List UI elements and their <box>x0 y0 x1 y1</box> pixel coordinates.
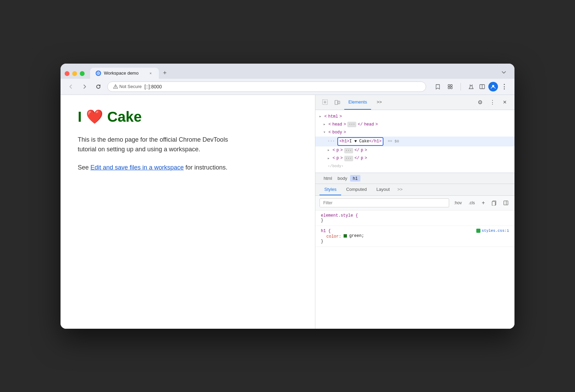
minimize-window-button[interactable] <box>72 71 77 76</box>
p1-ellipsis[interactable]: ··· <box>344 148 353 153</box>
address-bar: Not Secure [::]:8000 ⋮ <box>61 79 514 95</box>
forward-button[interactable] <box>80 82 89 91</box>
p2-triangle[interactable]: ▶ <box>328 156 331 161</box>
reload-button[interactable] <box>94 82 103 91</box>
bookmark-button[interactable] <box>433 82 443 91</box>
tab-layout[interactable]: Layout <box>371 184 394 195</box>
close-window-button[interactable] <box>65 71 69 76</box>
styles-more-tabs[interactable]: >> <box>394 184 405 195</box>
page-paragraph-2: See Edit and save files in a workspace f… <box>78 163 236 173</box>
h1-rule-close: } <box>321 239 509 244</box>
url-bar[interactable]: Not Secure [::]:8000 <box>107 81 426 92</box>
dollar-sign-indicator: == $0 <box>388 139 399 145</box>
profile-avatar[interactable] <box>488 82 498 91</box>
para2-before: See <box>78 164 90 171</box>
devtools-panel: Elements >> ⚙ ⋮ ✕ ▶ <html> <box>315 95 514 329</box>
breadcrumb-bar: html body h1 <box>315 173 514 184</box>
tree-head[interactable]: ▶ <head> ··· </head> <box>315 121 514 129</box>
svg-rect-14 <box>335 100 338 105</box>
tree-body[interactable]: ▼ <body> <box>315 129 514 137</box>
address-actions <box>433 82 455 91</box>
svg-rect-17 <box>492 202 495 206</box>
devtools-toolbar: Elements >> ⚙ ⋮ ✕ <box>315 95 514 110</box>
element-style-section: element.style { } <box>315 210 514 226</box>
page-heading: I ❤️ Cake <box>78 109 298 125</box>
not-secure-indicator: Not Secure <box>113 84 142 89</box>
active-tab[interactable]: Workspace demo × <box>90 68 159 79</box>
browser-menu-icons: ⋮ <box>466 82 509 91</box>
heading-cake: Cake <box>107 109 142 125</box>
element-style-close: } <box>321 218 509 223</box>
tab-favicon <box>96 70 101 76</box>
svg-rect-15 <box>338 101 340 104</box>
tab-more[interactable]: >> <box>372 95 386 110</box>
tree-body-close: ‹/body› <box>315 163 514 170</box>
breadcrumb-h1[interactable]: h1 <box>350 175 360 182</box>
source-link[interactable]: styles.css:1 <box>476 229 509 233</box>
devtools-settings-button[interactable]: ⚙ <box>475 97 486 108</box>
tab-styles[interactable]: Styles <box>319 184 341 195</box>
svg-point-12 <box>492 85 494 87</box>
svg-rect-8 <box>451 87 452 89</box>
new-tab-button[interactable]: + <box>159 67 171 79</box>
tree-p2[interactable]: ▶ <p> ··· </p> <box>315 154 514 162</box>
hov-button[interactable]: :hov <box>452 199 464 207</box>
styles-tabs: Styles Computed Layout >> <box>315 184 514 196</box>
svg-rect-5 <box>448 85 450 86</box>
p2-ellipsis[interactable]: ··· <box>344 156 353 161</box>
tab-dropdown-button[interactable] <box>497 67 510 79</box>
toggle-sidebar-button[interactable] <box>501 198 510 207</box>
h1-dots[interactable]: ··· <box>328 138 335 145</box>
color-value-container: green; <box>344 233 364 238</box>
workspace-link[interactable]: Edit and save files in a workspace <box>90 164 184 171</box>
heading-i: I <box>78 109 82 125</box>
h1-color-rule: color: green; <box>321 233 509 239</box>
elements-tree: ▶ <html> ▶ <head> ··· </head> ▼ <body> ·… <box>315 110 514 173</box>
body-triangle[interactable]: ▼ <box>324 130 327 135</box>
not-secure-text: Not Secure <box>119 84 142 89</box>
breadcrumb-body[interactable]: body <box>335 175 350 182</box>
head-triangle[interactable]: ▶ <box>324 122 327 127</box>
devtools-toolbar-right: ⚙ ⋮ ✕ <box>475 97 510 108</box>
cls-button[interactable]: .cls <box>467 199 477 207</box>
add-style-button[interactable]: + <box>480 198 487 207</box>
lab-button[interactable] <box>466 82 476 91</box>
p1-triangle[interactable]: ▶ <box>328 148 331 153</box>
h1-highlight: <h1>I ♥ Cake</h1> <box>337 137 383 146</box>
tab-computed[interactable]: Computed <box>341 184 371 195</box>
heart-emoji: ❤️ <box>86 109 103 125</box>
split-button[interactable] <box>477 82 487 91</box>
tab-title: Workspace demo <box>104 70 145 76</box>
color-swatch-green[interactable] <box>344 234 347 238</box>
devtools-menu-button[interactable]: ⋮ <box>487 97 498 108</box>
inspect-element-button[interactable] <box>319 97 330 108</box>
browser-menu-button[interactable]: ⋮ <box>499 82 509 91</box>
url-text: [::]:8000 <box>144 84 162 89</box>
styles-panel-content: element.style { } h1 { styles.css:1 <box>315 210 514 328</box>
tab-elements[interactable]: Elements <box>344 95 371 110</box>
styles-filter-input[interactable] <box>319 198 449 207</box>
tree-p1[interactable]: ▶ <p> ··· </p> <box>315 146 514 154</box>
browser-window: Workspace demo × + Not Secure [::]:8000 <box>61 64 514 329</box>
svg-rect-18 <box>504 201 508 205</box>
tab-close-button[interactable]: × <box>148 70 153 76</box>
maximize-window-button[interactable] <box>80 71 85 76</box>
tree-html[interactable]: ▶ <html> <box>315 113 514 121</box>
browser-content: I ❤️ Cake This is the demo page for the … <box>61 95 514 329</box>
page-content: I ❤️ Cake This is the demo page for the … <box>61 95 315 329</box>
traffic-lights <box>65 71 85 79</box>
element-style-selector: element.style { <box>321 213 509 218</box>
head-ellipsis[interactable]: ··· <box>347 122 356 127</box>
devtools-close-button[interactable]: ✕ <box>499 97 510 108</box>
tab-bar: Workspace demo × + <box>61 64 514 79</box>
extension-button[interactable] <box>445 82 455 91</box>
html-triangle[interactable]: ▶ <box>319 115 323 119</box>
device-toolbar-button[interactable] <box>332 97 343 108</box>
breadcrumb-html[interactable]: html <box>321 175 335 182</box>
source-file-icon <box>476 229 480 233</box>
para2-after: for instructions. <box>184 164 227 171</box>
tree-h1[interactable]: ··· <h1>I ♥ Cake</h1> == $0 <box>315 137 514 146</box>
copy-styles-button[interactable] <box>490 198 499 207</box>
back-button[interactable] <box>66 82 76 91</box>
svg-point-4 <box>115 87 116 88</box>
